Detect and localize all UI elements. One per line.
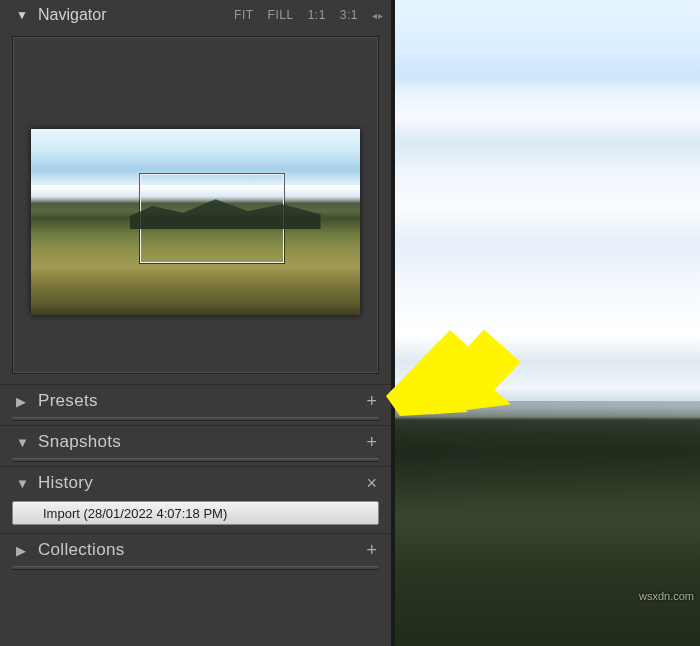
presets-panel: ▶ Presets + xyxy=(0,384,391,425)
disclosure-down-icon: ▼ xyxy=(16,435,30,450)
history-item-label: Import (28/01/2022 4:07:18 PM) xyxy=(43,506,227,521)
zoom-1-1[interactable]: 1:1 xyxy=(308,8,326,22)
panel-divider xyxy=(12,417,379,421)
disclosure-down-icon: ▼ xyxy=(16,8,30,22)
snapshots-title: Snapshots xyxy=(38,432,362,452)
navigator-header[interactable]: ▼ Navigator FIT FILL 1:1 3:1 ◂▸ xyxy=(0,0,391,30)
navigator-preview[interactable] xyxy=(12,36,379,374)
preview-image-shadow xyxy=(395,401,700,646)
add-snapshot-button[interactable]: + xyxy=(362,432,381,453)
presets-title: Presets xyxy=(38,391,362,411)
history-panel: ▼ History × Import (28/01/2022 4:07:18 P… xyxy=(0,466,391,533)
main-preview[interactable] xyxy=(395,0,700,646)
history-title: History xyxy=(38,473,362,493)
presets-header[interactable]: ▶ Presets + xyxy=(0,385,391,417)
navigator-crop-frame[interactable] xyxy=(140,174,285,263)
zoom-fit[interactable]: FIT xyxy=(234,8,254,22)
clear-history-button[interactable]: × xyxy=(362,473,381,494)
add-collection-button[interactable]: + xyxy=(362,540,381,561)
snapshots-panel: ▼ Snapshots + xyxy=(0,425,391,466)
collections-panel: ▶ Collections + xyxy=(0,533,391,574)
left-panel: ▼ Navigator FIT FILL 1:1 3:1 ◂▸ ▶ Preset… xyxy=(0,0,395,646)
navigator-thumbnail[interactable] xyxy=(31,129,360,315)
collections-header[interactable]: ▶ Collections + xyxy=(0,534,391,566)
history-header[interactable]: ▼ History × xyxy=(0,467,391,499)
disclosure-right-icon: ▶ xyxy=(16,543,30,558)
collections-title: Collections xyxy=(38,540,362,560)
navigator-title: Navigator xyxy=(38,6,234,24)
watermark: wsxdn.com xyxy=(639,590,694,602)
disclosure-right-icon: ▶ xyxy=(16,394,30,409)
zoom-3-1[interactable]: 3:1 xyxy=(340,8,358,22)
disclosure-down-icon: ▼ xyxy=(16,476,30,491)
add-preset-button[interactable]: + xyxy=(362,391,381,412)
snapshots-header[interactable]: ▼ Snapshots + xyxy=(0,426,391,458)
history-body: Import (28/01/2022 4:07:18 PM) xyxy=(0,499,391,533)
panel-divider xyxy=(12,566,379,570)
history-item[interactable]: Import (28/01/2022 4:07:18 PM) xyxy=(12,501,379,525)
zoom-stepper-icon[interactable]: ◂▸ xyxy=(372,10,383,21)
panel-divider xyxy=(12,458,379,462)
zoom-fill[interactable]: FILL xyxy=(268,8,294,22)
zoom-levels: FIT FILL 1:1 3:1 ◂▸ xyxy=(234,8,383,22)
